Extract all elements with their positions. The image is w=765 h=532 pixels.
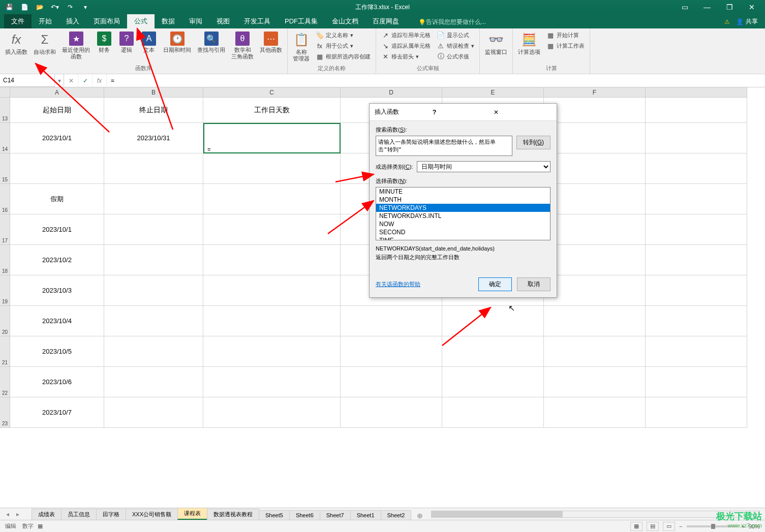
- tab-layout[interactable]: 页面布局: [86, 14, 127, 28]
- list-item-selected[interactable]: NETWORKDAYS: [376, 204, 550, 212]
- calc-sheet-button[interactable]: ▦计算工作表: [544, 41, 587, 51]
- minimize-icon[interactable]: —: [698, 0, 716, 14]
- tab-review[interactable]: 审阅: [182, 14, 209, 28]
- new-icon[interactable]: 📄: [19, 2, 29, 12]
- row-header-14[interactable]: 14: [0, 123, 10, 153]
- col-header-A[interactable]: A: [10, 87, 104, 98]
- sheet-tab[interactable]: Sheet7: [320, 510, 351, 520]
- goto-button[interactable]: 转到(G): [516, 136, 550, 149]
- dialog-close-icon[interactable]: ✕: [491, 109, 552, 116]
- tab-file[interactable]: 文件: [4, 14, 32, 28]
- col-header-F[interactable]: F: [544, 87, 646, 98]
- datetime-button[interactable]: 🕐 日期和时间: [161, 30, 193, 55]
- watch-window-button[interactable]: 👓 监视窗口: [483, 30, 509, 57]
- financial-button[interactable]: $ 财务: [94, 30, 114, 55]
- calc-options-button[interactable]: 🧮 计算选项: [516, 30, 542, 57]
- page-break-view-icon[interactable]: ▭: [663, 522, 675, 531]
- sheet-tab-active[interactable]: 课程表: [177, 508, 207, 520]
- tab-data[interactable]: 数据: [155, 14, 182, 28]
- cancel-formula-icon[interactable]: ✕: [64, 74, 78, 87]
- add-sheet-icon[interactable]: ⊕: [414, 512, 426, 520]
- cell-A18[interactable]: 2023/10/2: [10, 245, 104, 275]
- cell-A20[interactable]: 2023/10/4: [10, 306, 104, 336]
- cell-A19[interactable]: 2023/10/3: [10, 275, 104, 306]
- col-header-B[interactable]: B: [104, 87, 203, 98]
- row-header-13[interactable]: 13: [0, 98, 10, 123]
- page-layout-view-icon[interactable]: ▤: [647, 522, 659, 531]
- trace-dependents-button[interactable]: ↘追踪从属单元格: [379, 41, 433, 51]
- share-button[interactable]: 共享: [746, 17, 758, 26]
- close-icon[interactable]: ✕: [743, 0, 761, 14]
- row-header-23[interactable]: 23: [0, 397, 10, 428]
- sheet-tab[interactable]: 数据透视表教程: [207, 509, 259, 520]
- col-header-C[interactable]: C: [203, 87, 341, 98]
- undo-icon[interactable]: ↶▾: [50, 2, 60, 12]
- insert-function-button[interactable]: fx 插入函数: [3, 30, 29, 57]
- tab-wps[interactable]: 金山文档: [325, 14, 365, 28]
- row-header-20[interactable]: 20: [0, 306, 10, 336]
- function-help-link[interactable]: 有关该函数的帮助: [376, 280, 420, 288]
- calc-now-button[interactable]: ▦开始计算: [544, 30, 587, 40]
- row-header-18[interactable]: 18: [0, 245, 10, 275]
- sheet-tab[interactable]: XXX公司销售额: [126, 509, 178, 520]
- fx-bar-icon[interactable]: fx: [93, 74, 107, 87]
- tell-me-search[interactable]: 💡 告诉我您想要做什么...: [416, 16, 488, 28]
- use-in-formula-button[interactable]: fx用于公式 ▾: [314, 41, 373, 51]
- row-header-16[interactable]: 16: [0, 184, 10, 214]
- cell-A14[interactable]: 2023/10/1: [10, 123, 104, 153]
- remove-arrows-button[interactable]: ✕移去箭头 ▾: [379, 51, 433, 61]
- ribbon-options-icon[interactable]: ▭: [676, 0, 694, 14]
- search-function-input[interactable]: 请输入一条简短说明来描述您想做什么，然后单击"转到": [376, 136, 512, 156]
- cancel-button[interactable]: 取消: [517, 277, 550, 291]
- name-box[interactable]: C14: [0, 74, 55, 87]
- cell-B14[interactable]: 2023/10/31: [104, 123, 203, 153]
- tab-formulas[interactable]: 公式: [127, 14, 155, 28]
- list-item[interactable]: NETWORKDAYS.INTL: [376, 212, 550, 220]
- save-icon[interactable]: 💾: [4, 2, 14, 12]
- text-button[interactable]: A 文本: [139, 30, 159, 55]
- sheet-tab[interactable]: 员工信息: [61, 509, 97, 520]
- cell-A17[interactable]: 2023/10/1: [10, 214, 104, 245]
- row-header-22[interactable]: 22: [0, 367, 10, 397]
- select-all-cell[interactable]: [0, 87, 10, 98]
- error-check-button[interactable]: ⚠错误检查 ▾: [435, 41, 476, 51]
- sheet-nav-next-icon[interactable]: ▸: [13, 510, 22, 519]
- redo-icon[interactable]: ↷: [65, 2, 75, 12]
- tab-home[interactable]: 开始: [32, 14, 59, 28]
- tab-baidu[interactable]: 百度网盘: [365, 14, 406, 28]
- lookup-button[interactable]: 🔍 查找与引用: [195, 30, 227, 55]
- trace-precedents-button[interactable]: ↗追踪引用单元格: [379, 30, 433, 40]
- confirm-formula-icon[interactable]: ✓: [78, 74, 93, 87]
- math-button[interactable]: θ 数学和 三角函数: [229, 30, 256, 61]
- cell-A13[interactable]: 起始日期: [10, 98, 104, 123]
- category-select[interactable]: 日期与时间: [417, 161, 550, 172]
- dialog-help-icon[interactable]: ?: [430, 109, 491, 116]
- restore-icon[interactable]: ❐: [720, 0, 739, 14]
- normal-view-icon[interactable]: ▦: [630, 522, 642, 531]
- define-name-button[interactable]: 🏷️定义名称 ▾: [314, 30, 373, 40]
- sheet-tab[interactable]: 田字格: [96, 509, 126, 520]
- evaluate-formula-button[interactable]: ⓘ公式求值: [435, 51, 476, 61]
- autosum-button[interactable]: Σ 自动求和: [32, 30, 58, 57]
- cell-A21[interactable]: 2023/10/5: [10, 336, 104, 367]
- sheet-tab[interactable]: Sheet6: [289, 510, 320, 520]
- name-manager-button[interactable]: 📋 名称 管理器: [291, 30, 312, 64]
- record-macro-icon[interactable]: ▦: [38, 523, 43, 529]
- zoom-out-icon[interactable]: −: [679, 523, 682, 529]
- row-header-17[interactable]: 17: [0, 214, 10, 245]
- sheet-tab[interactable]: Sheet2: [381, 510, 412, 520]
- cell-B13[interactable]: 终止日期: [104, 98, 203, 123]
- other-functions-button[interactable]: ⋯ 其他函数: [258, 30, 284, 55]
- row-header-21[interactable]: 21: [0, 336, 10, 367]
- horizontal-scrollbar[interactable]: [431, 511, 760, 518]
- row-header-15[interactable]: 15: [0, 153, 10, 184]
- name-box-dropdown[interactable]: ▾: [55, 74, 64, 87]
- tab-view[interactable]: 视图: [209, 14, 237, 28]
- cell-A23[interactable]: 2023/10/7: [10, 397, 104, 428]
- col-header-E[interactable]: E: [442, 87, 544, 98]
- sheet-tab[interactable]: Sheet5: [259, 510, 290, 520]
- sheet-tab[interactable]: 成绩表: [32, 509, 62, 520]
- tab-dev[interactable]: 开发工具: [237, 14, 278, 28]
- tab-pdf[interactable]: PDF工具集: [278, 14, 325, 28]
- col-header-D[interactable]: D: [341, 87, 442, 98]
